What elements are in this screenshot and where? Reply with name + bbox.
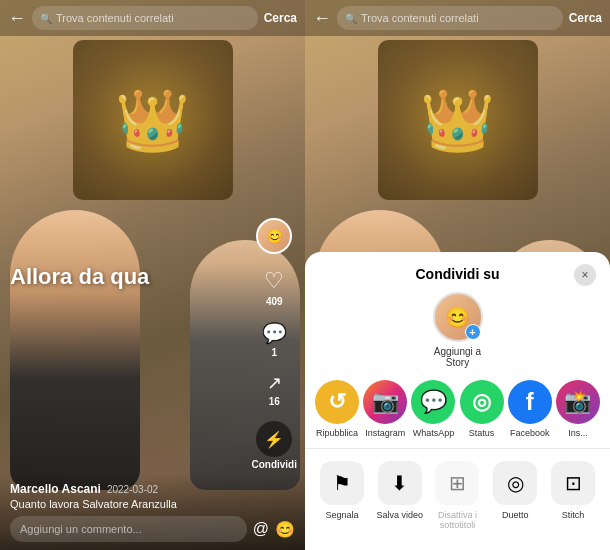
instagram2-icon: 📸 bbox=[556, 380, 600, 424]
share-button[interactable]: ↗ 16 bbox=[267, 372, 282, 407]
salva-video-label: Salva video bbox=[376, 510, 423, 520]
top-bar-right: ← 🔍 Trova contenuti correlati Cerca bbox=[305, 0, 610, 36]
side-icons: 😊 ♡ 409 💬 1 ↗ 16 ⚡ Condividi bbox=[251, 218, 297, 470]
story-avatar: 😊 + bbox=[433, 292, 483, 342]
at-icon[interactable]: @ bbox=[253, 520, 269, 538]
instagram-icon: 📷 bbox=[363, 380, 407, 424]
username: Marcello Ascani bbox=[10, 482, 101, 496]
video-text-overlay: Allora da qua bbox=[10, 264, 149, 290]
emoji-icon[interactable]: 😊 bbox=[275, 520, 295, 539]
share-title: Condividi su bbox=[416, 266, 500, 282]
search-icon-left: 🔍 bbox=[40, 13, 52, 24]
salva-video-icon: ⬇ bbox=[378, 461, 422, 505]
app-whatsapp[interactable]: 💬 WhatsApp bbox=[409, 380, 457, 438]
instagram2-label: Ins... bbox=[568, 428, 588, 438]
apps-row: ↺ Ripubblica 📷 Instagram 💬 WhatsApp ◎ St… bbox=[305, 380, 610, 438]
disattiva-icon: ⊞ bbox=[435, 461, 479, 505]
artwork-overlay-right: 👑 bbox=[378, 40, 538, 200]
back-button-right[interactable]: ← bbox=[313, 8, 331, 29]
instagram-label: Instagram bbox=[365, 428, 405, 438]
app-instagram[interactable]: 📷 Instagram bbox=[361, 380, 409, 438]
search-placeholder-right: Trova contenuti correlati bbox=[361, 12, 479, 24]
ripubblica-icon: ↺ bbox=[315, 380, 359, 424]
app-status[interactable]: ◎ Status bbox=[458, 380, 506, 438]
facebook-label: Facebook bbox=[510, 428, 550, 438]
segnala-icon: ⚑ bbox=[320, 461, 364, 505]
duetto-label: Duetto bbox=[502, 510, 529, 520]
artwork-overlay: 👑 bbox=[73, 40, 233, 200]
whatsapp-label: WhatsApp bbox=[413, 428, 455, 438]
cerca-button-right[interactable]: Cerca bbox=[569, 11, 602, 25]
action-duetto[interactable]: ◎ Duetto bbox=[486, 461, 544, 530]
heart-button[interactable]: ♡ 409 bbox=[264, 268, 284, 307]
facebook-icon: f bbox=[508, 380, 552, 424]
app-facebook[interactable]: f Facebook bbox=[506, 380, 554, 438]
post-date: 2022-03-02 bbox=[107, 484, 158, 495]
top-bar-left: ← 🔍 Trova contenuti correlati Cerca bbox=[0, 0, 305, 36]
actions-row: ⚑ Segnala ⬇ Salva video ⊞ Disattiva i so… bbox=[305, 449, 610, 530]
status-icon: ◎ bbox=[460, 380, 504, 424]
action-stitch[interactable]: ⊡ Stitch bbox=[544, 461, 602, 530]
close-button[interactable]: × bbox=[574, 264, 596, 286]
story-label: Aggiungi a Story bbox=[434, 346, 481, 368]
comment-count: 1 bbox=[271, 347, 277, 358]
app-instagram2[interactable]: 📸 Ins... bbox=[554, 380, 602, 438]
search-bar-left[interactable]: 🔍 Trova contenuti correlati bbox=[32, 6, 258, 30]
action-segnala[interactable]: ⚑ Segnala bbox=[313, 461, 371, 530]
heart-count: 409 bbox=[266, 296, 283, 307]
comment-button[interactable]: 💬 1 bbox=[262, 321, 287, 358]
avatar[interactable]: 😊 bbox=[256, 218, 292, 254]
back-button-left[interactable]: ← bbox=[8, 8, 26, 29]
disattiva-label: Disattiva i sottotitoli bbox=[429, 510, 487, 530]
story-plus-icon: + bbox=[465, 324, 481, 340]
search-bar-right[interactable]: 🔍 Trova contenuti correlati bbox=[337, 6, 563, 30]
cerca-button-left[interactable]: Cerca bbox=[264, 11, 297, 25]
story-row: 😊 + Aggiungi a Story bbox=[305, 292, 610, 368]
video-description: Quanto lavora Salvatore Aranzulla bbox=[10, 498, 295, 510]
segnala-label: Segnala bbox=[325, 510, 358, 520]
share-header: Condividi su × bbox=[305, 252, 610, 292]
share-sheet: Condividi su × 😊 + Aggiungi a Story ↺ Ri… bbox=[305, 252, 610, 550]
comment-bar[interactable]: Aggiungi un commento... @ 😊 bbox=[10, 516, 295, 542]
ripubblica-label: Ripubblica bbox=[316, 428, 358, 438]
story-item[interactable]: 😊 + Aggiungi a Story bbox=[433, 292, 483, 368]
person-left bbox=[10, 210, 140, 490]
stitch-icon: ⊡ bbox=[551, 461, 595, 505]
whatsapp-icon: 💬 bbox=[411, 380, 455, 424]
right-panel: 👑 ← 🔍 Trova contenuti correlati Cerca Co… bbox=[305, 0, 610, 550]
app-ripubblica[interactable]: ↺ Ripubblica bbox=[313, 380, 361, 438]
search-placeholder-left: Trova contenuti correlati bbox=[56, 12, 174, 24]
search-icon-right: 🔍 bbox=[345, 13, 357, 24]
comment-placeholder: Aggiungi un commento... bbox=[20, 523, 142, 535]
stitch-label: Stitch bbox=[562, 510, 585, 520]
share-count: 16 bbox=[269, 396, 280, 407]
comment-input[interactable]: Aggiungi un commento... bbox=[10, 516, 247, 542]
condividi-button[interactable]: ⚡ Condividi bbox=[251, 421, 297, 470]
action-disattiva[interactable]: ⊞ Disattiva i sottotitoli bbox=[429, 461, 487, 530]
duetto-icon: ◎ bbox=[493, 461, 537, 505]
left-panel: 👑 ← 🔍 Trova contenuti correlati Cerca Al… bbox=[0, 0, 305, 550]
bottom-info: Marcello Ascani 2022-03-02 Quanto lavora… bbox=[0, 474, 305, 550]
status-label: Status bbox=[469, 428, 495, 438]
action-salva-video[interactable]: ⬇ Salva video bbox=[371, 461, 429, 530]
condividi-label: Condividi bbox=[251, 459, 297, 470]
